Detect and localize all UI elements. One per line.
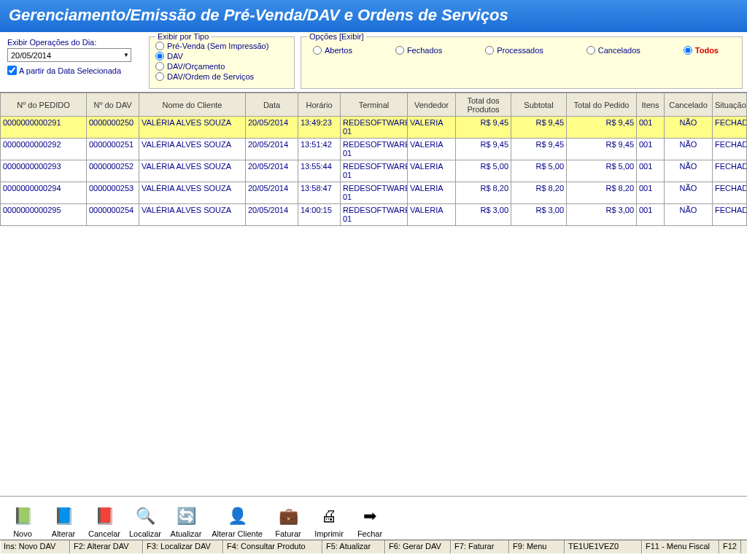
alterar-cliente-button[interactable]: 👤Alterar Cliente	[209, 499, 266, 538]
tipo-option-label: DAV/Orçamento	[167, 62, 225, 71]
status-cell: F7: Faturar	[451, 540, 509, 553]
tipo-option[interactable]: Pré-Venda (Sem Impressão)	[155, 42, 288, 50]
table-cell: 001	[637, 117, 665, 139]
opcoes-legend: Opções [Exibir]	[307, 32, 366, 41]
table-cell: 0000000251	[87, 139, 139, 160]
radio-icon[interactable]	[155, 72, 164, 81]
radio-icon[interactable]	[155, 42, 164, 50]
table-row[interactable]: 00000000002950000000254VALÉRIA ALVES SOU…	[1, 204, 747, 226]
status-cell: F6: Gerar DAV	[385, 540, 451, 553]
column-header[interactable]: Nº do PEDIDO	[1, 93, 87, 117]
table-row[interactable]: 00000000002920000000251VALÉRIA ALVES SOU…	[1, 139, 747, 160]
button-label: Localizar	[129, 529, 161, 538]
date-input[interactable]: 20/05/2014 ▼	[7, 48, 131, 62]
status-cell: F11 - Menu Fiscal	[642, 540, 719, 553]
cancelar-button[interactable]: 📕Cancelar	[86, 499, 123, 538]
title-bar: Gerenciamento/Emissão de Pré-Venda/DAV e…	[0, 0, 747, 32]
atualizar-button[interactable]: 🔄Atualizar	[168, 499, 204, 538]
opcoes-option[interactable]: Todos	[684, 46, 719, 55]
radio-icon[interactable]	[313, 46, 322, 55]
imprimir-button[interactable]: 🖨Imprimir	[311, 499, 347, 538]
table-cell: 14:00:15	[298, 204, 341, 226]
tipo-option[interactable]: DAV	[155, 52, 288, 61]
alterar-button[interactable]: 📘Alterar	[45, 499, 82, 538]
column-header[interactable]: Cancelado	[665, 93, 713, 117]
radio-icon[interactable]	[155, 62, 164, 71]
table-cell: R$ 9,45	[456, 139, 511, 160]
column-header[interactable]: Total do Pedido	[567, 93, 637, 117]
radio-icon[interactable]	[587, 46, 595, 55]
table-cell: R$ 5,00	[511, 160, 567, 182]
column-header[interactable]: Nº do DAV	[87, 93, 139, 117]
table-cell: REDESOFTWARE 01	[341, 182, 408, 204]
column-header[interactable]: Subtotal	[511, 93, 567, 117]
opcoes-option[interactable]: Abertos	[313, 46, 352, 55]
table-cell: NÃO	[665, 160, 713, 182]
table-cell: R$ 9,45	[567, 139, 637, 160]
button-label: Faturar	[275, 529, 301, 538]
status-cell: F4: Consultar Produto	[223, 540, 322, 553]
radio-icon[interactable]	[485, 46, 494, 55]
button-label: Alterar	[52, 529, 75, 538]
table-cell: R$ 8,20	[511, 182, 567, 204]
table-row[interactable]: 00000000002940000000253VALÉRIA ALVES SOU…	[1, 182, 747, 204]
localizar-button[interactable]: 🔍Localizar	[127, 499, 163, 538]
opcoes-option-label: Fechados	[407, 46, 442, 55]
dropdown-arrow-icon: ▼	[123, 52, 129, 58]
column-header[interactable]: Vendedor	[408, 93, 456, 117]
table-cell: R$ 9,45	[511, 139, 567, 160]
page-title: Gerenciamento/Emissão de Pré-Venda/DAV e…	[9, 6, 508, 24]
table-cell: REDESOFTWARE 01	[341, 160, 408, 182]
tipo-option-label: DAV/Ordem de Serviços	[167, 72, 254, 81]
opcoes-option-label: Todos	[695, 46, 719, 55]
table-cell: R$ 3,00	[456, 204, 511, 226]
button-label: Imprimir	[314, 529, 344, 538]
column-header[interactable]: Terminal	[341, 93, 408, 117]
column-header[interactable]: Horário	[298, 93, 341, 117]
radio-icon[interactable]	[155, 52, 164, 61]
button-label: Cancelar	[88, 529, 120, 538]
table-cell: REDESOFTWARE 01	[341, 139, 408, 160]
column-header[interactable]: Nome do Cliente	[139, 93, 246, 117]
table-cell: 20/05/2014	[246, 160, 298, 182]
column-header[interactable]: Total dos Produtos	[456, 93, 511, 117]
opcoes-option-label: Cancelados	[598, 46, 640, 55]
fechar-icon: ➡	[357, 504, 382, 529]
table-cell: 0000000253	[87, 182, 139, 204]
table-header-row: Nº do PEDIDONº do DAVNome do ClienteData…	[1, 93, 747, 117]
table-cell: FECHADO	[713, 160, 747, 182]
column-header[interactable]: Itens	[637, 93, 665, 117]
from-date-checkbox[interactable]	[7, 66, 17, 75]
opcoes-option[interactable]: Fechados	[395, 46, 442, 55]
table-cell: REDESOFTWARE 01	[341, 117, 408, 139]
opcoes-panel: Opções [Exibir] AbertosFechadosProcessad…	[301, 36, 743, 89]
column-header[interactable]: Situação	[713, 93, 747, 117]
orders-table: Nº do PEDIDONº do DAVNome do ClienteData…	[0, 93, 747, 226]
tipo-option[interactable]: DAV/Ordem de Serviços	[155, 72, 288, 81]
column-header[interactable]: Data	[246, 93, 298, 117]
table-cell: REDESOFTWARE 01	[341, 204, 408, 226]
tipo-option[interactable]: DAV/Orçamento	[155, 62, 288, 71]
button-label: Fechar	[357, 529, 382, 538]
opcoes-option[interactable]: Processados	[485, 46, 543, 55]
opcoes-option[interactable]: Cancelados	[587, 46, 640, 55]
table-row[interactable]: 00000000002930000000252VALÉRIA ALVES SOU…	[1, 160, 747, 182]
table-cell: 001	[637, 182, 665, 204]
radio-icon[interactable]	[395, 46, 404, 55]
table-cell: R$ 5,00	[567, 160, 637, 182]
table-cell: 13:58:47	[298, 182, 341, 204]
table-row[interactable]: 00000000002910000000250VALÉRIA ALVES SOU…	[1, 117, 747, 139]
grid-empty-area	[0, 226, 747, 496]
table-cell: 0000000250	[87, 117, 139, 139]
toolbar: 📗Novo📘Alterar📕Cancelar🔍Localizar🔄Atualiz…	[0, 496, 747, 540]
faturar-button[interactable]: 💼Faturar	[270, 499, 306, 538]
radio-icon[interactable]	[684, 46, 692, 55]
novo-button[interactable]: 📗Novo	[4, 499, 41, 538]
table-cell: 13:49:23	[298, 117, 341, 139]
date-panel: Exibir Operações do Dia: 20/05/2014 ▼ A …	[4, 36, 143, 89]
status-cell: F3: Localizar DAV	[143, 540, 223, 553]
fechar-button[interactable]: ➡Fechar	[352, 499, 388, 538]
table-cell: 0000000000295	[1, 204, 87, 226]
atualizar-icon: 🔄	[174, 504, 198, 529]
status-bar: Ins: Novo DAVF2: Alterar DAVF3: Localiza…	[0, 540, 747, 553]
